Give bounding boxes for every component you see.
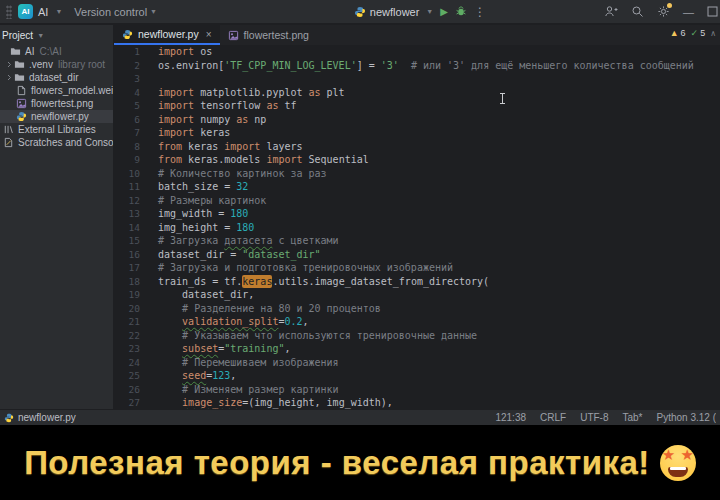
line-number[interactable]: 14: [114, 221, 140, 235]
code-token: ,: [303, 315, 309, 329]
line-number[interactable]: 22: [114, 329, 140, 343]
run-config-selector[interactable]: newflower ▼: [354, 6, 433, 18]
code-line[interactable]: 27 image_size=(img_height, img_width),: [114, 396, 720, 409]
project-logo-badge[interactable]: AI: [18, 4, 33, 19]
caret-position[interactable]: 121:38: [495, 412, 526, 423]
code-line[interactable]: 25 seed=123,: [114, 369, 720, 383]
ide-window: AI AI ▼ Version control ▼ newflower ▼ ▶ …: [0, 0, 720, 425]
version-control-menu[interactable]: Version control: [74, 6, 147, 18]
line-number[interactable]: 1: [114, 45, 140, 59]
statusbar-file-breadcrumb[interactable]: newflower.py: [4, 412, 76, 423]
inspections-widget[interactable]: ▲ 6 ✓ 5 ∧: [670, 28, 716, 38]
code-token: "training": [224, 342, 284, 356]
code-line[interactable]: 19 dataset_dir,: [114, 288, 720, 302]
code-editor[interactable]: 1import os2os.environ['TF_CPP_MIN_LOG_LE…: [114, 45, 720, 409]
code-token: keras.models: [182, 153, 266, 167]
code-line[interactable]: 20 # Разделение на 80 и 20 процентов: [114, 302, 720, 316]
tree-item-flowers-model-weights-h5[interactable]: flowers_model.weights.h5: [0, 84, 113, 97]
python-icon: [122, 29, 133, 40]
tab-newflower-py[interactable]: newflower.py ×: [114, 25, 220, 45]
tree-item-dataset-dir[interactable]: dataset_dir: [0, 71, 113, 84]
line-number[interactable]: 26: [114, 383, 140, 397]
line-number[interactable]: 6: [114, 113, 140, 127]
run-button[interactable]: ▶: [440, 6, 448, 17]
code-line[interactable]: 21 validation_split=0.2,: [114, 315, 720, 329]
code-token: [158, 329, 182, 343]
settings-button[interactable]: [657, 5, 670, 18]
maximize-button[interactable]: [707, 3, 718, 21]
code-line[interactable]: 2os.environ['TF_CPP_MIN_LOG_LEVEL'] = '3…: [114, 59, 720, 73]
code-line[interactable]: 17# Загрузка и подготовка тренировочных …: [114, 261, 720, 275]
line-number[interactable]: 15: [114, 234, 140, 248]
more-actions-button[interactable]: ⋮: [474, 5, 486, 19]
line-number[interactable]: 4: [114, 86, 140, 100]
line-number[interactable]: 2: [114, 59, 140, 73]
tree-item-external-libraries[interactable]: External Libraries: [0, 123, 113, 136]
code-line[interactable]: 18train_ds = tf.keras.utils.image_datase…: [114, 275, 720, 289]
code-line[interactable]: 3: [114, 72, 720, 86]
line-number[interactable]: 18: [114, 275, 140, 289]
close-tab-icon[interactable]: ×: [206, 29, 212, 40]
line-number[interactable]: 17: [114, 261, 140, 275]
line-number[interactable]: 12: [114, 194, 140, 208]
tree-item-label: .venv: [29, 59, 53, 70]
code-line[interactable]: 10# Количество картинок за раз: [114, 167, 720, 181]
tab-flowertest-png[interactable]: flowertest.png: [220, 25, 317, 45]
code-line[interactable]: 14img_height = 180: [114, 221, 720, 235]
code-line[interactable]: 4import matplotlib.pyplot as plt: [114, 86, 720, 100]
indent-selector[interactable]: Tab*: [623, 412, 643, 423]
line-ending-selector[interactable]: CRLF: [540, 412, 566, 423]
encoding-selector[interactable]: UTF-8: [580, 412, 608, 423]
code-with-me-button[interactable]: [604, 5, 618, 18]
interpreter-selector[interactable]: Python 3.12 (: [657, 412, 716, 423]
line-number[interactable]: 5: [114, 99, 140, 113]
code-line[interactable]: 11batch_size = 32: [114, 180, 720, 194]
tree-item-flowertest-png[interactable]: flowertest.png: [0, 97, 113, 110]
typos-count[interactable]: ✓ 5: [691, 28, 706, 38]
chevron-right-icon[interactable]: [5, 73, 13, 82]
code-line[interactable]: 22 # Указываем что используются трениров…: [114, 329, 720, 343]
minimize-button[interactable]: —: [683, 6, 694, 18]
line-number[interactable]: 25: [114, 369, 140, 383]
code-line[interactable]: 9from keras.models import Sequential: [114, 153, 720, 167]
chevron-right-icon[interactable]: [5, 60, 13, 69]
code-line[interactable]: 26 # Изменяем размер картинки: [114, 383, 720, 397]
tree-item-scratches-and-consoles[interactable]: Scratches and Consoles: [0, 136, 113, 149]
line-number[interactable]: 21: [114, 315, 140, 329]
debug-button[interactable]: [455, 3, 467, 21]
code-line[interactable]: 23 subset="training",: [114, 342, 720, 356]
line-number[interactable]: 3: [114, 72, 140, 86]
tree-item-newflower-py[interactable]: newflower.py: [0, 110, 113, 123]
search-everywhere-button[interactable]: [631, 5, 644, 18]
line-number[interactable]: 24: [114, 356, 140, 370]
code-line[interactable]: 16dataset_dir = "dataset_dir": [114, 248, 720, 262]
code-line[interactable]: 15# Загрузка датасета с цветками: [114, 234, 720, 248]
code-line[interactable]: 24 # Перемешиваем изображения: [114, 356, 720, 370]
code-line[interactable]: 5import tensorflow as tf: [114, 99, 720, 113]
line-number[interactable]: 27: [114, 396, 140, 409]
editor-area[interactable]: newflower.py × flowertest.png ▲ 6 ✓ 5: [114, 25, 720, 409]
project-name-menu[interactable]: AI: [38, 6, 48, 18]
line-number[interactable]: 10: [114, 167, 140, 181]
line-number[interactable]: 9: [114, 153, 140, 167]
tree-item--venv[interactable]: .venvlibrary root: [0, 58, 113, 71]
code-line[interactable]: 8from keras import layers: [114, 140, 720, 154]
code-line[interactable]: 1import os: [114, 45, 720, 59]
code-line[interactable]: 12# Размеры картинок: [114, 194, 720, 208]
warnings-count[interactable]: ▲ 6: [670, 28, 686, 38]
line-number[interactable]: 13: [114, 207, 140, 221]
line-number[interactable]: 20: [114, 302, 140, 316]
tree-item-ai[interactable]: AIC:\AI: [0, 45, 113, 58]
line-number[interactable]: 23: [114, 342, 140, 356]
line-number[interactable]: 8: [114, 140, 140, 154]
line-number[interactable]: 11: [114, 180, 140, 194]
line-number[interactable]: 19: [114, 288, 140, 302]
code-token: import: [158, 113, 194, 127]
line-number[interactable]: 16: [114, 248, 140, 262]
code-line[interactable]: 7import keras: [114, 126, 720, 140]
line-number[interactable]: 7: [114, 126, 140, 140]
code-line[interactable]: 6import numpy as np: [114, 113, 720, 127]
code-line[interactable]: 13img_width = 180: [114, 207, 720, 221]
code-token: # Перемешиваем изображения: [182, 356, 339, 370]
project-panel-header[interactable]: Project ▼: [0, 25, 113, 45]
